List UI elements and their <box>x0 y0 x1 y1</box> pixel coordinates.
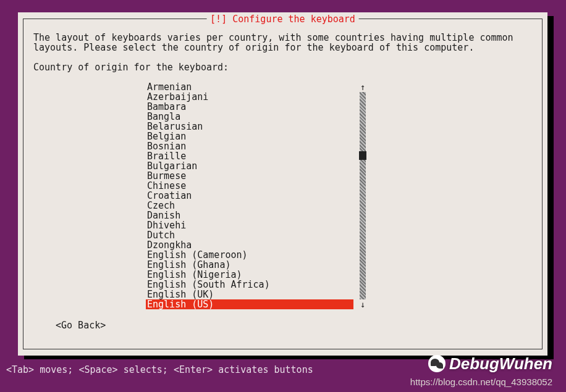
dialog-body: The layout of keyboards varies per count… <box>33 33 532 339</box>
dialog-prompt: Country of origin for the keyboard: <box>33 62 532 72</box>
list-item[interactable]: Belarusian <box>146 122 353 131</box>
list-item[interactable]: English (UK) <box>146 290 353 299</box>
keyboard-country-list[interactable]: ArmenianAzerbaijaniBambaraBanglaBelarusi… <box>146 82 368 309</box>
list-item[interactable]: Bambara <box>146 102 353 112</box>
list-item[interactable]: English (Nigeria) <box>146 270 353 280</box>
scrollbar-thumb[interactable] <box>359 151 366 160</box>
scroll-down-icon[interactable]: ↓ <box>360 299 365 309</box>
list-item[interactable]: Azerbaijani <box>146 92 353 102</box>
list-item[interactable]: English (US) <box>146 299 353 309</box>
installer-screen: [!] Configure the keyboard The layout of… <box>0 0 566 392</box>
dialog: [!] Configure the keyboard The layout of… <box>18 12 547 356</box>
list-item[interactable]: Danish <box>146 211 353 220</box>
go-back-button[interactable]: <Go Back> <box>56 320 106 330</box>
list-item[interactable]: English (Cameroon) <box>146 250 353 260</box>
scrollbar-track[interactable] <box>360 92 366 299</box>
list-item[interactable]: Burmese <box>146 171 353 181</box>
list-item[interactable]: Croatian <box>146 191 353 201</box>
list-item[interactable]: Bulgarian <box>146 161 353 171</box>
scrollbar[interactable]: ↑ ↓ <box>357 82 368 309</box>
help-bar: <Tab> moves; <Space> selects; <Enter> ac… <box>6 365 313 375</box>
watermark-url: https://blog.csdn.net/qq_43938052 <box>410 377 552 387</box>
list-item[interactable]: English (Ghana) <box>146 260 353 270</box>
dialog-border: [!] Configure the keyboard The layout of… <box>23 19 543 349</box>
dialog-description: The layout of keyboards varies per count… <box>33 33 532 52</box>
list-item[interactable]: Armenian <box>146 82 353 92</box>
list-item[interactable]: English (South Africa) <box>146 280 353 290</box>
list-item[interactable]: Bosnian <box>146 141 353 151</box>
list-item[interactable]: Dutch <box>146 230 353 240</box>
list-item[interactable]: Dhivehi <box>146 220 353 230</box>
wechat-icon <box>428 355 446 372</box>
list-item[interactable]: Braille <box>146 151 353 161</box>
watermark-author-text: DebugWuhen <box>449 359 552 369</box>
scroll-up-icon[interactable]: ↑ <box>360 82 365 92</box>
list-item[interactable]: Dzongkha <box>146 240 353 250</box>
dialog-title: [!] Configure the keyboard <box>206 14 359 24</box>
list-item[interactable]: Chinese <box>146 181 353 191</box>
watermark-author: DebugWuhen <box>428 355 552 372</box>
list-item[interactable]: Bangla <box>146 112 353 122</box>
list-item[interactable]: Czech <box>146 201 353 211</box>
list-item[interactable]: Belgian <box>146 131 353 141</box>
